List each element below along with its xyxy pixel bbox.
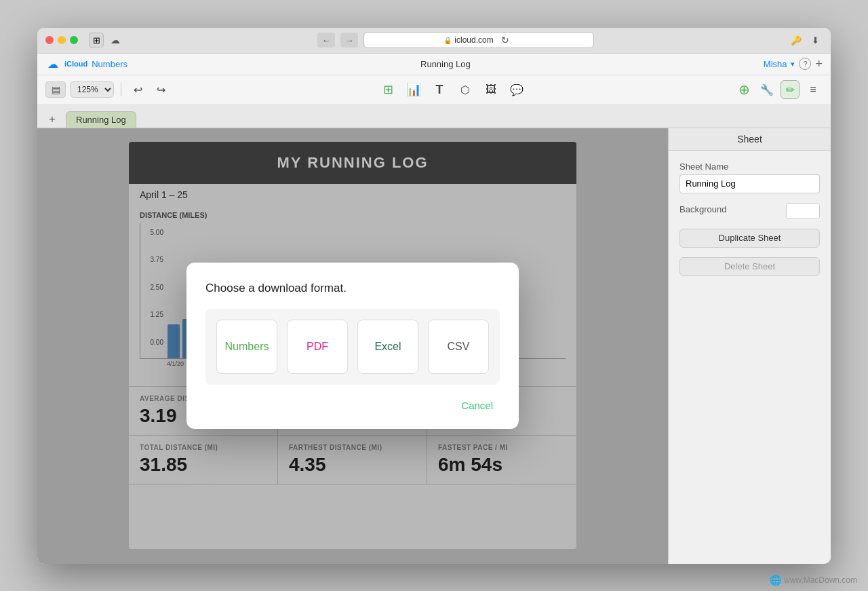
doc-title: Running Log <box>132 59 760 69</box>
title-bar: ⊞ ☁ ← → 🔒 icloud.com ↻ 🔑 ⬇ <box>37 28 831 54</box>
user-label[interactable]: Misha <box>764 59 787 69</box>
help-button[interactable]: ? <box>799 58 811 70</box>
comment-button[interactable]: 💬 <box>507 80 526 99</box>
main-area: MY RUNNING LOG April 1 – 25 DISTANCE (MI… <box>37 128 831 564</box>
toolbar: ▤ 125% 100% 75% ↩ ↪ ⊞ 📊 T ⬡ 🖼 💬 ⊕ 🔧 ✏ ≡ <box>37 75 831 105</box>
add-tab-button[interactable]: + <box>815 57 823 71</box>
shape-button[interactable]: ⬡ <box>456 80 475 99</box>
watermark: 🌐 www.MacDown.com <box>770 575 857 586</box>
format-active-button[interactable]: ✏ <box>781 80 800 99</box>
cancel-button[interactable]: Cancel <box>454 397 500 414</box>
panel-body: Sheet Name Background Duplicate Sheet De… <box>669 151 831 287</box>
toolbar-center: ⊞ 📊 T ⬡ 🖼 💬 <box>174 80 730 99</box>
icloud-label: iCloud <box>64 60 87 68</box>
organize-button[interactable]: ≡ <box>804 80 823 99</box>
media-button[interactable]: 🖼 <box>481 80 500 99</box>
back-button[interactable]: ← <box>317 33 335 47</box>
canvas-area: MY RUNNING LOG April 1 – 25 DISTANCE (MI… <box>37 128 668 564</box>
format-numbers-button[interactable]: Numbers <box>216 320 277 374</box>
chart-button[interactable]: 📊 <box>404 80 423 99</box>
background-color-swatch[interactable] <box>786 203 820 219</box>
redo-button[interactable]: ↪ <box>151 80 170 99</box>
format-button[interactable]: 🔧 <box>757 80 776 99</box>
numbers-label: Numbers <box>92 59 127 69</box>
sheet-tabs: + Running Log <box>37 105 831 128</box>
panel-header: Sheet <box>669 128 831 151</box>
app-bar: ☁ iCloud Numbers Running Log Misha ▾ ? + <box>37 54 831 75</box>
url-input[interactable]: 🔒 icloud.com ↻ <box>363 32 594 48</box>
icloud-logo: ☁ <box>45 56 60 71</box>
traffic-lights <box>45 36 78 44</box>
table-button[interactable]: ⊞ <box>378 80 397 99</box>
sheet-name-field-label: Sheet Name <box>679 161 820 172</box>
download-icon[interactable]: ⬇ <box>808 33 823 47</box>
add-element-button[interactable]: ⊕ <box>734 80 753 99</box>
undo-button[interactable]: ↩ <box>128 80 147 99</box>
sidebar-toggle-icon[interactable]: ⊞ <box>89 33 104 47</box>
format-numbers-label: Numbers <box>225 341 269 353</box>
password-icon[interactable]: 🔑 <box>789 33 804 47</box>
modal-title: Choose a download format. <box>205 282 500 295</box>
browser-toolbar-icons: ⊞ ☁ <box>89 33 123 47</box>
toolbar-separator-1 <box>121 83 121 96</box>
delete-sheet-button[interactable]: Delete Sheet <box>679 257 820 276</box>
watermark-logo: 🌐 <box>770 575 781 586</box>
duplicate-sheet-button[interactable]: Duplicate Sheet <box>679 229 820 248</box>
text-button[interactable]: T <box>430 80 449 99</box>
background-field-label: Background <box>679 204 726 214</box>
address-bar: ← → 🔒 icloud.com ↻ <box>128 32 783 48</box>
reload-button[interactable]: ↻ <box>496 33 514 47</box>
format-pdf-button[interactable]: PDF <box>287 320 348 374</box>
format-pdf-label: PDF <box>307 341 328 353</box>
url-text: icloud.com <box>454 35 493 45</box>
right-panel: Sheet Sheet Name Background Duplicate Sh… <box>668 128 831 564</box>
add-sheet-button[interactable]: + <box>44 111 60 128</box>
format-options: Numbers PDF Excel CSV <box>205 309 500 385</box>
modal-footer: Cancel <box>205 397 500 414</box>
user-dropdown-icon[interactable]: ▾ <box>791 60 795 69</box>
title-bar-right: 🔑 ⬇ <box>789 33 823 47</box>
sheet-name-input[interactable] <box>679 174 820 193</box>
toolbar-right: ⊕ 🔧 ✏ ≡ <box>734 80 823 99</box>
watermark-text: www.MacDown.com <box>784 575 857 585</box>
download-format-modal: Choose a download format. Numbers PDF Ex… <box>186 263 519 429</box>
maximize-button[interactable] <box>70 36 78 44</box>
sidebar-toggle-button[interactable]: ▤ <box>45 81 66 98</box>
background-field-group: Background <box>679 203 820 219</box>
cloud-icon[interactable]: ☁ <box>108 33 123 47</box>
format-csv-button[interactable]: CSV <box>428 320 489 374</box>
zoom-select[interactable]: 125% 100% 75% <box>70 81 114 98</box>
format-excel-button[interactable]: Excel <box>357 320 418 374</box>
lock-icon: 🔒 <box>443 37 452 44</box>
format-excel-label: Excel <box>374 341 401 353</box>
sheet-tab-running-log[interactable]: Running Log <box>66 111 136 128</box>
forward-button[interactable]: → <box>340 33 358 47</box>
sheet-name-field-group: Sheet Name <box>679 161 820 193</box>
close-button[interactable] <box>45 36 54 44</box>
format-csv-label: CSV <box>448 341 470 353</box>
minimize-button[interactable] <box>58 36 66 44</box>
modal-overlay[interactable]: Choose a download format. Numbers PDF Ex… <box>37 128 668 564</box>
